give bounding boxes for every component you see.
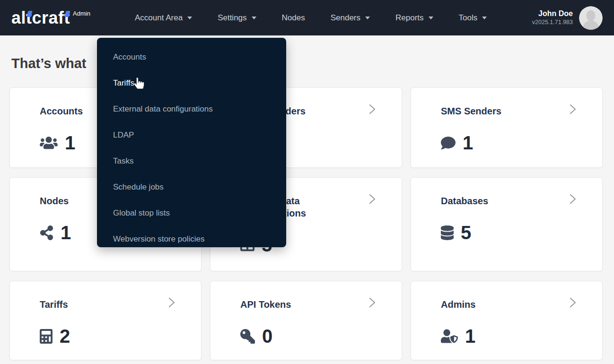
card-admins[interactable]: Admins 1 xyxy=(411,281,603,360)
key-icon xyxy=(240,329,255,344)
card-sms-senders[interactable]: SMS Senders 1 xyxy=(411,87,603,168)
chevron-right-icon xyxy=(568,102,578,118)
chevron-down-icon xyxy=(187,17,192,19)
card-title: API Tokens xyxy=(240,298,383,311)
card-tariffs[interactable]: Tariffs 2 xyxy=(9,281,202,360)
users-icon xyxy=(40,136,58,150)
hand-cursor-icon xyxy=(134,78,144,89)
nav-item-reports[interactable]: Reports xyxy=(383,0,446,35)
user-block: John Doe v2025.1.71.983 xyxy=(532,6,603,30)
nav-item-senders[interactable]: Senders xyxy=(318,0,383,35)
menu-item-tasks[interactable]: Tasks xyxy=(97,148,286,174)
card-count: 2 xyxy=(60,327,70,346)
card-count: 0 xyxy=(262,327,272,346)
card-title: Databases xyxy=(441,195,583,207)
calculator-icon xyxy=(40,329,53,344)
chevron-down-icon xyxy=(482,17,487,19)
chevron-right-icon xyxy=(368,295,377,312)
card-api-tokens[interactable]: API Tokens 0 xyxy=(210,281,402,360)
chevron-down-icon xyxy=(252,17,256,19)
brand-wordmark: altcraft xyxy=(11,6,70,30)
database-icon xyxy=(441,225,454,240)
chevron-right-icon xyxy=(368,102,377,118)
card-title: Tariffs xyxy=(40,298,182,311)
account-area-dropdown-menu: Accounts Tariffs External data configura… xyxy=(97,38,286,247)
chevron-right-icon xyxy=(368,192,377,208)
chevron-right-icon xyxy=(568,295,578,312)
chevron-down-icon xyxy=(429,17,433,19)
card-count: 1 xyxy=(65,133,75,152)
menu-item-accounts[interactable]: Accounts xyxy=(97,44,286,70)
card-databases[interactable]: Databases 5 xyxy=(411,177,603,271)
menu-item-global-stop-lists[interactable]: Global stop lists xyxy=(97,200,286,226)
page-title: That’s what xyxy=(11,56,86,71)
main-nav: Account Area Settings Nodes Senders Repo… xyxy=(122,0,500,35)
app-version: v2025.1.71.983 xyxy=(532,18,573,26)
card-title: SMS Senders xyxy=(441,105,583,117)
nav-item-nodes[interactable]: Nodes xyxy=(269,0,318,35)
menu-item-tariffs[interactable]: Tariffs xyxy=(97,70,286,96)
comment-icon xyxy=(441,136,456,150)
chevron-right-icon xyxy=(167,295,176,312)
nav-item-tools[interactable]: Tools xyxy=(446,0,500,35)
user-avatar[interactable] xyxy=(579,6,603,30)
admin-shield-icon xyxy=(441,329,458,343)
card-count: 1 xyxy=(465,327,475,346)
card-title: Admins xyxy=(441,298,583,311)
nav-item-account-area[interactable]: Account Area xyxy=(122,0,205,35)
nav-item-settings[interactable]: Settings xyxy=(205,0,269,35)
avatar-placeholder-icon xyxy=(579,6,603,30)
dashboard-cards-grid: Accounts 1 Email Senders SMS Senders xyxy=(0,87,614,360)
menu-item-webversion-store-policies[interactable]: Webversion store policies xyxy=(97,226,286,252)
user-name: John Doe xyxy=(532,9,573,18)
top-navbar: altcraft Admin Account Area Settings Nod… xyxy=(0,0,614,35)
share-icon xyxy=(40,225,53,240)
card-count: 1 xyxy=(61,223,71,242)
chevron-down-icon xyxy=(365,17,370,19)
menu-item-schedule-jobs[interactable]: Schedule jobs xyxy=(97,174,286,200)
card-count: 5 xyxy=(461,223,471,242)
chevron-right-icon xyxy=(568,192,578,208)
altcraft-logo[interactable]: altcraft Admin xyxy=(11,6,112,30)
brand-admin-label: Admin xyxy=(73,10,90,17)
menu-item-external-data-configurations[interactable]: External data configurations xyxy=(97,96,286,122)
menu-item-ldap[interactable]: LDAP xyxy=(97,122,286,148)
card-count: 1 xyxy=(463,133,473,152)
